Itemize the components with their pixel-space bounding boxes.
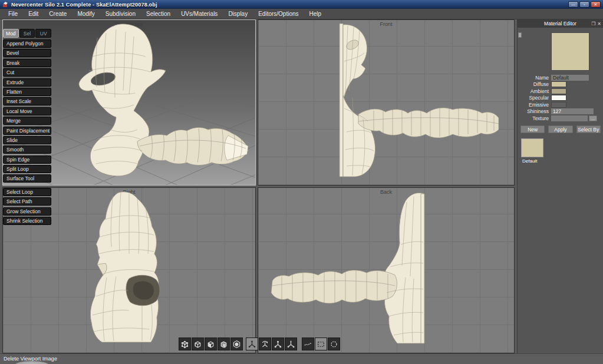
material-editor-titlebar[interactable]: Material Editor ❐ ✕ — [518, 19, 603, 28]
bottom-toolbar — [179, 337, 341, 350]
tool-slide[interactable]: Slide — [3, 136, 51, 144]
title-bar: Nevercenter Silo 2.1 Complete - SkaElAtt… — [0, 0, 603, 9]
tool-extrude[interactable]: Extrude — [3, 78, 51, 87]
name-label: Name — [518, 75, 551, 81]
menu-edit[interactable]: Edit — [23, 9, 44, 19]
name-field[interactable]: Default — [551, 75, 589, 81]
tab-sel[interactable]: Sel — [19, 29, 35, 38]
selection-style-group — [302, 337, 341, 350]
polygon-mode-icon[interactable] — [230, 337, 243, 350]
tool-split-loop[interactable]: Split Loop — [3, 165, 51, 173]
tool-panel: Mod Sel UV Append Polygon Bevel Break Cu… — [3, 29, 52, 184]
lasso-select-icon[interactable] — [302, 337, 314, 350]
rotate-tool-icon[interactable] — [259, 337, 271, 350]
diffuse-label: Diffuse — [518, 81, 551, 87]
scale-tool-icon[interactable] — [272, 337, 284, 350]
tool-surface-tool[interactable]: Surface Tool — [3, 174, 51, 183]
tool-grow-selection[interactable]: Grow Selection — [3, 207, 51, 216]
menu-uvs-materials[interactable]: UVs/Materials — [176, 9, 223, 19]
material-preview-swatch — [551, 32, 589, 71]
menu-subdivision[interactable]: Subdivision — [100, 9, 141, 19]
tool-break[interactable]: Break — [3, 59, 51, 67]
menu-modify[interactable]: Modify — [72, 9, 100, 19]
specular-label: Specular — [518, 95, 551, 101]
tool-paint-displacement[interactable]: Paint Displacement — [3, 127, 51, 135]
material-item-name: Default — [521, 158, 543, 164]
vertex-mode-icon[interactable] — [179, 337, 191, 350]
material-editor-restore-icon[interactable]: ❐ — [591, 21, 595, 27]
texture-label: Texture — [518, 115, 551, 121]
app-icon — [2, 2, 8, 8]
emissive-color-swatch[interactable] — [551, 102, 566, 108]
texture-browse-button[interactable]: ... — [589, 115, 597, 121]
tool-local-move[interactable]: Local Move — [3, 107, 51, 115]
material-editor-title: Material Editor — [544, 21, 576, 27]
panel-collapse-handle[interactable] — [518, 32, 522, 38]
menu-create[interactable]: Create — [44, 9, 72, 19]
shininess-field[interactable]: 127 — [551, 108, 594, 114]
tab-mod[interactable]: Mod — [3, 29, 19, 38]
window-controls: — ▫ ✕ — [568, 1, 601, 8]
object-mode-icon[interactable] — [218, 337, 230, 350]
tool-merge[interactable]: Merge — [3, 117, 51, 125]
emissive-label: Emissive — [518, 102, 551, 108]
universal-tool-icon[interactable] — [285, 337, 297, 350]
tool-cut[interactable]: Cut — [3, 68, 51, 77]
material-list-item[interactable]: Default — [521, 138, 543, 164]
rectangle-select-icon[interactable] — [315, 337, 327, 350]
menu-help[interactable]: Help — [304, 9, 327, 19]
model-mesh-back[interactable] — [258, 188, 515, 353]
application-window: Nevercenter Silo 2.1 Complete - SkaElAtt… — [0, 0, 603, 364]
material-item-swatch[interactable] — [521, 138, 543, 157]
move-tool-icon[interactable] — [246, 337, 258, 350]
manipulator-group — [246, 337, 298, 350]
viewport-back[interactable]: Back — [258, 187, 515, 353]
face-mode-icon[interactable] — [205, 337, 217, 350]
minimize-icon[interactable]: — — [568, 1, 578, 8]
new-material-button[interactable]: New — [520, 125, 545, 133]
menu-bar: File Edit Create Modify Subdivision Sele… — [0, 9, 603, 19]
menu-file[interactable]: File — [3, 9, 23, 19]
tool-bevel[interactable]: Bevel — [3, 49, 51, 57]
close-icon[interactable]: ✕ — [591, 1, 601, 8]
tool-smooth[interactable]: Smooth — [3, 145, 51, 154]
tool-select-path[interactable]: Select Path — [3, 197, 51, 206]
selection-panel: Select Loop Select Path Grow Selection S… — [3, 188, 52, 227]
texture-field[interactable] — [551, 115, 588, 121]
tab-uv[interactable]: UV — [35, 29, 51, 38]
select-by-material-button[interactable]: Select By — [576, 125, 601, 133]
tool-select-loop[interactable]: Select Loop — [3, 188, 51, 196]
tool-spin-edge[interactable]: Spin Edge — [3, 155, 51, 164]
tool-panel-tabs: Mod Sel UV — [3, 29, 52, 38]
component-mode-group — [179, 337, 243, 350]
tool-shrink-selection[interactable]: Shrink Selection — [3, 217, 51, 225]
menu-selection[interactable]: Selection — [141, 9, 176, 19]
tool-flatten[interactable]: Flatten — [3, 88, 51, 96]
shininess-label: Shininess — [518, 108, 551, 114]
apply-material-button[interactable]: Apply — [548, 125, 572, 133]
paint-select-icon[interactable] — [328, 337, 340, 350]
ambient-color-swatch[interactable] — [551, 88, 566, 94]
maximize-icon[interactable]: ▫ — [579, 1, 589, 8]
window-title: Nevercenter Silo 2.1 Complete - SkaElAtt… — [11, 2, 157, 8]
menu-display[interactable]: Display — [223, 9, 253, 19]
status-bar: Delete Viewport Image — [0, 353, 603, 364]
tool-append-polygon[interactable]: Append Polygon — [3, 39, 51, 48]
tool-inset-scale[interactable]: Inset Scale — [3, 97, 51, 105]
ambient-label: Ambient — [518, 88, 551, 94]
material-editor-panel: Material Editor ❐ ✕ Name Default Diffuse… — [517, 19, 603, 353]
diffuse-color-swatch[interactable] — [551, 81, 566, 87]
material-editor-close-icon[interactable]: ✕ — [597, 21, 601, 27]
model-mesh-front[interactable] — [258, 20, 515, 186]
specular-color-swatch[interactable] — [551, 95, 566, 101]
edge-mode-icon[interactable] — [192, 337, 204, 350]
viewport-front[interactable]: Front — [258, 19, 515, 186]
menu-editors-options[interactable]: Editors/Options — [253, 9, 304, 19]
